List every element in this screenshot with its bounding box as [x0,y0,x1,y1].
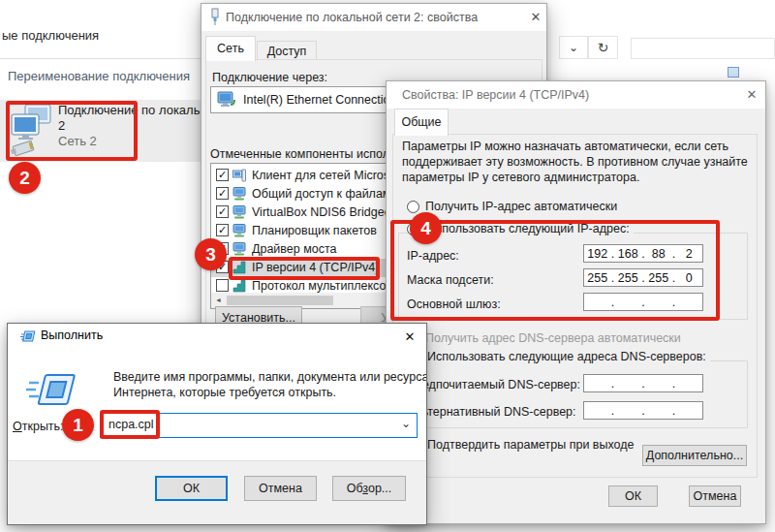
refresh-button[interactable]: ↻ [588,36,618,59]
ok-button-label: ОК [183,482,200,495]
browse-button-label: Обзор... [347,482,392,495]
radio-static-dns-label: Использовать следующие адреса DNS-сервер… [423,350,710,363]
toolbar-expand-button[interactable]: ⌄ [559,36,588,59]
component-label: Клиент для сетей Micros [252,167,389,185]
octet-separator: . [672,377,676,391]
connector-icon [209,8,221,27]
adapter-name: Intel(R) Ethernet Connection [243,93,396,107]
browse-pre: Об [347,482,363,495]
tab-network-label: Сеть [217,42,244,55]
cancel-button[interactable]: Отмена [689,485,741,507]
component-checkbox[interactable]: ✓ [216,169,229,181]
dialog-title: Свойства: IP версии 4 (TCP/IPv4) [402,88,589,102]
component-label: VirtualBox NDIS6 Bridged [252,203,391,222]
radio-auto-ip-label: Получить IP-адрес автоматически [425,200,617,213]
intro-line2: поддерживает эту возможность. В противно… [402,155,748,169]
service-component-icon [232,205,246,222]
browse-rest: ор... [368,482,391,495]
advanced-button[interactable]: Дополнительно... [642,445,747,466]
close-glyph: ✕ [747,87,758,102]
service-component-icon [232,187,246,203]
combo-chevron-icon[interactable]: ⌄ [401,417,411,430]
step2-highlight-box [6,101,138,161]
partial-list-icon [728,67,739,78]
step2-badge: 2 [9,162,41,194]
octet-separator: . [641,377,645,391]
step4-badge: 4 [410,212,442,244]
component-label: Общий доступ к файлам [252,185,390,203]
open-label-rest: ткрыть: [22,420,64,433]
preferred-dns-label: Предпочитаемый DNS-сервер: [407,378,580,391]
validate-checkbox-label: Подтвердить параметры при выходе [427,438,635,452]
close-glyph: ✕ [531,10,542,24]
check-icon: ✓ [218,187,227,199]
alternate-dns-label: Альтернативный DNS-сервер: [407,405,576,419]
component-checkbox[interactable]: ✓ [216,205,229,218]
tab-network[interactable]: Сеть [205,36,256,61]
scroll-left-icon[interactable]: ◄ [215,297,222,303]
chevron-down-icon: ⌄ [569,41,578,54]
step3-number: 3 [205,244,216,266]
check-icon: ✓ [218,169,227,180]
network-adapter-icon [217,91,236,110]
ok-button[interactable]: ОК [608,485,658,507]
close-icon[interactable]: ✕ [525,8,546,27]
dialog-title: Подключение по локальной сети 2: свойств… [226,11,478,24]
step3-highlight-box [229,257,380,280]
run-icon [20,330,36,344]
ok-button[interactable]: ОК [155,476,228,501]
advanced-button-label: Дополнительно... [646,449,743,462]
components-label: Отмеченные компоненты использ [210,147,401,161]
close-icon[interactable]: ✕ [399,328,420,347]
open-label: Открыть: [13,420,64,433]
ok-button-label: ОК [625,489,641,503]
cancel-button-label: Отмена [259,482,302,495]
window-header-partial: ые подключения [2,28,99,43]
component-checkbox[interactable]: ✓ [216,224,229,236]
tab-general[interactable]: Общие [394,109,449,136]
step1-number: 1 [73,415,83,436]
tab-sharing[interactable]: Доступ [257,41,317,61]
intro-line1: Параметры IP можно назначать автоматичес… [402,140,728,153]
step3-badge: 3 [195,238,227,270]
check-icon: ✓ [218,224,227,235]
octet-separator: . [641,404,645,418]
run-description-line2: Интернета, которые требуется открыть. [113,386,336,399]
close-icon[interactable]: ✕ [741,85,762,105]
component-checkbox[interactable]: ✓ [216,187,229,200]
rename-connection-command[interactable]: Переименование подключения [8,69,190,83]
search-input[interactable] [631,38,775,59]
connect-using-label: Подключение через: [212,71,327,84]
open-label-accel: О [13,420,22,433]
step4-number: 4 [420,218,431,239]
check-icon: ✓ [218,205,227,217]
client-component-icon [232,169,246,185]
desktop: ые подключения Переименование подключени… [0,0,775,532]
component-checkbox[interactable]: ✓ [216,279,229,292]
run-icon-large [25,371,79,412]
cancel-button-label: Отмена [694,489,737,503]
tab-general-label: Общие [401,115,441,129]
service-component-icon [232,224,246,240]
scrollbar-thumb[interactable] [227,296,333,305]
radio-auto-dns-label: Получить адрес DNS-сервера автоматически [425,331,681,345]
component-label: Планировщик пакетов [252,222,377,240]
alternate-dns-field[interactable]: ... [583,401,703,420]
refresh-icon: ↻ [598,40,609,55]
run-description-line1: Введите имя программы, папки, документа … [113,370,427,384]
dialog-title: Выполнить [41,329,103,342]
preferred-dns-field[interactable]: ... [583,374,703,392]
radio-auto-ip[interactable] [407,201,419,213]
octet-separator: . [611,404,615,418]
command-bar-divider [0,58,201,59]
cancel-button[interactable]: Отмена [244,476,317,501]
octet-separator: . [611,377,615,391]
browse-button[interactable]: Обзор... [332,476,406,501]
step1-badge: 1 [62,409,94,441]
octet-separator: . [672,404,676,418]
tab-sharing-label: Доступ [267,45,307,58]
intro-line3: параметры IP у сетевого администратора. [402,171,639,184]
step2-number: 2 [19,168,30,189]
step1-highlight-box [100,410,160,439]
close-glyph: ✕ [405,329,416,344]
